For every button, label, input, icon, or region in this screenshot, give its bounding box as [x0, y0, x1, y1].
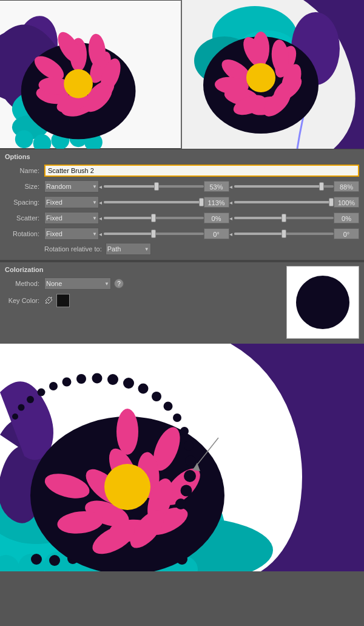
rotation-relative-label: Rotation relative to:	[44, 245, 102, 253]
rotation-track-1[interactable]	[104, 233, 204, 235]
method-label: Method:	[5, 280, 44, 287]
rotation-arrow-1[interactable]: ◂	[99, 231, 102, 237]
svg-point-58	[49, 555, 60, 566]
svg-point-97	[184, 441, 194, 451]
key-color-row: Key Color:	[5, 294, 281, 307]
rotation-value-1[interactable]: 0°	[204, 228, 229, 239]
top-image-left	[0, 0, 182, 149]
size-arrow-left-1[interactable]: ◂	[99, 183, 102, 190]
svg-point-95	[173, 413, 181, 422]
colorization-title: Colorization	[5, 266, 281, 273]
bottom-panel	[0, 344, 364, 571]
svg-point-86	[49, 382, 58, 390]
size-arrow-left-2[interactable]: ◂	[229, 183, 232, 190]
svg-point-96	[180, 427, 189, 435]
scatter-type-select[interactable]: Fixed Random Pressure	[44, 212, 99, 224]
rotation-value-2[interactable]: 0°	[334, 228, 359, 239]
rotation-slider-2: ◂	[229, 231, 334, 237]
svg-point-83	[18, 404, 25, 411]
method-select[interactable]: None Tints Tints and Shades Hue Shift	[44, 277, 111, 290]
colorization-preview	[286, 266, 359, 339]
size-type-select[interactable]: Random Fixed Pressure	[44, 180, 99, 192]
scatter-track-1[interactable]	[104, 217, 204, 219]
spacing-value-1[interactable]: 113%	[204, 197, 229, 208]
spacing-value-2[interactable]: 100%	[334, 197, 359, 208]
colorization-panel: Colorization Method: None Tints Tints an…	[0, 262, 364, 344]
preview-circle	[296, 276, 349, 329]
svg-point-67	[116, 409, 138, 455]
scatter-arrow-2[interactable]: ◂	[229, 215, 232, 222]
size-slider-1: ◂	[99, 183, 204, 190]
rotation-type-wrapper[interactable]: Fixed Random Pressure	[44, 228, 99, 240]
name-label: Name:	[5, 167, 44, 174]
size-track-1[interactable]	[104, 185, 204, 188]
scatter-arrow-1[interactable]: ◂	[99, 215, 102, 222]
scatter-slider-1: ◂	[99, 215, 204, 222]
spacing-slider-1: ◂	[99, 199, 204, 206]
svg-point-87	[62, 378, 72, 387]
rotation-label: Rotation:	[5, 230, 44, 237]
size-type-wrapper[interactable]: Random Fixed Pressure	[44, 180, 99, 192]
colorization-left: Colorization Method: None Tints Tints an…	[5, 266, 281, 339]
svg-point-90	[107, 374, 118, 385]
svg-point-81	[104, 464, 150, 510]
spacing-arrow-2[interactable]: ◂	[229, 199, 232, 206]
spacing-type-select[interactable]: Fixed Random Pressure	[44, 196, 99, 208]
key-color-label: Key Color:	[5, 297, 44, 304]
size-label: Size:	[5, 183, 44, 190]
spacing-arrow-1[interactable]: ◂	[99, 199, 102, 206]
key-color-swatch[interactable]	[56, 294, 70, 307]
method-row: Method: None Tints Tints and Shades Hue …	[5, 277, 281, 290]
scatter-type-wrapper[interactable]: Fixed Random Pressure	[44, 212, 99, 224]
size-value-1[interactable]: 53%	[204, 181, 229, 192]
svg-point-94	[164, 402, 173, 411]
svg-point-100	[181, 485, 192, 497]
rotation-type-select[interactable]: Fixed Random Pressure	[44, 228, 99, 240]
info-icon[interactable]: ?	[114, 279, 124, 288]
scatter-label: Scatter:	[5, 214, 44, 222]
svg-point-43	[246, 63, 275, 92]
size-value-2[interactable]: 88%	[334, 181, 359, 192]
top-image-right	[182, 0, 364, 149]
scatter-value-2[interactable]: 0%	[334, 213, 359, 223]
rotation-track-2[interactable]	[234, 233, 334, 235]
eyedropper-icon[interactable]	[44, 296, 54, 305]
name-row: Name:	[5, 164, 359, 177]
options-panel: Options Name: Size: Random Fixed Pressur…	[0, 149, 364, 260]
svg-point-82	[12, 413, 18, 420]
scatter-row: Scatter: Fixed Random Pressure ◂ 0% ◂ 0%	[5, 211, 359, 225]
scatter-slider-2: ◂	[229, 215, 334, 222]
size-row: Size: Random Fixed Pressure ◂ 53% ◂ 88%	[5, 180, 359, 193]
svg-point-101	[175, 498, 186, 509]
svg-point-99	[184, 470, 196, 482]
top-image-panel	[0, 0, 364, 149]
svg-point-88	[76, 374, 86, 384]
path-select[interactable]: Path Page	[106, 243, 151, 255]
spacing-track-1[interactable]	[104, 201, 204, 203]
rotation-arrow-2[interactable]: ◂	[229, 231, 232, 237]
rotation-slider-1: ◂	[99, 231, 204, 237]
svg-point-6	[15, 130, 33, 148]
rotation-row: Rotation: Fixed Random Pressure ◂ 0° ◂ 0…	[5, 227, 359, 240]
scatter-track-2[interactable]	[234, 217, 334, 219]
size-track-2[interactable]	[234, 185, 334, 188]
svg-point-91	[123, 378, 134, 389]
svg-point-92	[138, 384, 149, 394]
method-select-wrapper[interactable]: None Tints Tints and Shades Hue Shift	[44, 277, 111, 290]
svg-point-84	[27, 396, 34, 403]
scatter-value-1[interactable]: 0%	[204, 213, 229, 223]
svg-point-93	[152, 392, 161, 401]
rotation-relative-row: Rotation relative to: Path Page	[5, 243, 359, 255]
path-select-wrapper[interactable]: Path Page	[106, 243, 151, 255]
spacing-track-2[interactable]	[234, 201, 334, 203]
options-title: Options	[5, 153, 359, 160]
spacing-slider-2: ◂	[229, 199, 334, 206]
svg-point-57	[31, 554, 42, 565]
spacing-row: Spacing: Fixed Random Pressure ◂ 113% ◂ …	[5, 196, 359, 209]
svg-point-98	[185, 455, 196, 466]
name-input[interactable]	[44, 165, 359, 177]
size-slider-2: ◂	[229, 183, 334, 190]
spacing-type-wrapper[interactable]: Fixed Random Pressure	[44, 196, 99, 208]
spacing-label: Spacing:	[5, 199, 44, 206]
svg-point-24	[64, 69, 93, 98]
